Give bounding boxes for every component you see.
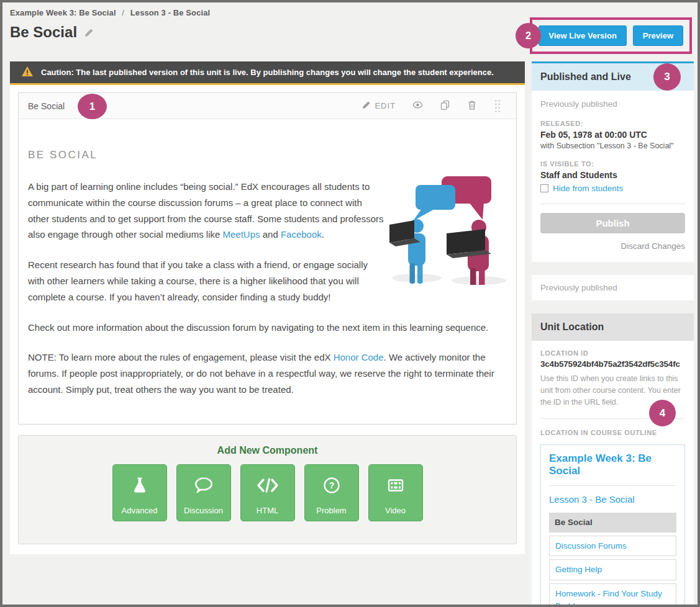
edit-button[interactable]: EDIT — [362, 101, 396, 111]
hide-from-students-label[interactable]: Hide from students — [553, 184, 623, 193]
outline-section-link[interactable]: Example Week 3: Be Social — [549, 452, 676, 486]
content-heading: BE SOCIAL — [28, 149, 507, 161]
previously-published-card: Previously published — [532, 275, 694, 300]
breadcrumb: Example Week 3: Be Social / Lesson 3 - B… — [10, 8, 694, 17]
paragraph-1-text-2: and — [260, 229, 281, 240]
location-id-value: 3c4b575924bf4b75a2f3542df5c354fc — [540, 359, 685, 369]
add-discussion-button[interactable]: Discussion — [176, 464, 231, 521]
annotation-circle-3: 3 — [653, 63, 681, 91]
social-figures-image — [384, 171, 515, 285]
unit-location-body: LOCATION ID 3c4b575924bf4b75a2f3542df5c3… — [532, 341, 694, 607]
component-title: Be Social — [28, 101, 65, 111]
released-label: RELEASED: — [540, 120, 685, 127]
breadcrumb-separator: / — [122, 8, 124, 17]
paragraph-1: A big part of learning online includes “… — [28, 179, 386, 243]
paragraph-1-text-3: . — [322, 229, 324, 240]
add-button-label: Discussion — [184, 506, 223, 515]
annotation-circle-1: 1 — [78, 94, 107, 119]
visible-to-label: IS VISIBLE TO: — [540, 160, 685, 168]
course-outline-zone: LOCATION IN COURSE OUTLINE Example Week … — [540, 418, 685, 607]
hide-from-students-row: Hide from students — [540, 184, 685, 193]
caution-banner-text: Caution: The last published version of t… — [41, 68, 494, 77]
outline-unit-link[interactable]: Discussion Forums — [549, 536, 676, 557]
paragraph-4: NOTE: To learn more about the rules of e… — [28, 349, 507, 397]
paragraph-1-text: A big part of learning online includes “… — [28, 181, 384, 240]
flask-icon — [113, 465, 166, 506]
unit-location-card: Unit Location LOCATION ID 3c4b575924bf4b… — [532, 313, 694, 607]
drag-handle-icon[interactable] — [494, 99, 501, 113]
add-button-label: HTML — [257, 506, 278, 515]
facebook-link[interactable]: Facebook — [281, 229, 322, 240]
delete-button[interactable] — [467, 100, 477, 112]
main-columns: Caution: The last published version of t… — [10, 61, 694, 607]
page: Example Week 3: Be Social / Lesson 3 - B… — [2, 2, 698, 607]
html-component: Be Social EDIT — [18, 92, 517, 425]
component-content: BE SOCIAL — [19, 119, 516, 398]
outline-label: LOCATION IN COURSE OUTLINE — [540, 429, 685, 436]
paragraph-3: Check out more information about the dis… — [28, 320, 507, 336]
studio-unit-page: { "page": { "breadcrumb": { "part1": "Ex… — [0, 0, 700, 607]
outline-unit-current: Be Social — [549, 513, 676, 533]
copy-icon — [440, 100, 450, 112]
annotation-box-2-header-buttons: View Live Version Preview — [530, 17, 692, 54]
add-video-button[interactable]: Video — [368, 464, 423, 521]
duplicate-button[interactable] — [440, 100, 450, 112]
trash-icon — [467, 100, 477, 112]
visible-to-value: Staff and Students — [540, 170, 685, 180]
discard-changes-link[interactable]: Discard Changes — [540, 241, 685, 251]
unit-content-column: Caution: The last published version of t… — [10, 61, 525, 554]
page-title: Be Social — [10, 24, 77, 41]
add-problem-button[interactable]: ? Problem — [304, 464, 359, 521]
publish-card-body: Previously published RELEASED: Feb 05, 1… — [532, 91, 694, 262]
eye-icon — [412, 100, 423, 112]
course-outline-tree: Example Week 3: Be Social Lesson 3 - Be … — [540, 444, 685, 607]
pencil-icon — [362, 101, 371, 111]
sidebar: Published and Live Previously published … — [532, 61, 694, 607]
add-component-buttons: Advanced Discussion HTML — [19, 464, 516, 521]
hide-from-students-checkbox[interactable] — [540, 184, 548, 192]
svg-text:?: ? — [329, 480, 334, 490]
outline-subsection-link[interactable]: Lesson 3 - Be Social — [549, 494, 676, 505]
page-header: Example Week 3: Be Social / Lesson 3 - B… — [10, 2, 694, 61]
add-new-component-title: Add New Component — [19, 445, 516, 456]
add-new-component-panel: Add New Component Advanced D — [18, 435, 517, 544]
unit-location-title: Unit Location — [532, 313, 694, 341]
outline-unit-link[interactable]: Getting Help — [549, 559, 676, 580]
add-button-label: Advanced — [122, 506, 158, 515]
caution-banner: Caution: The last published version of t… — [10, 61, 525, 85]
published-and-live-card: Published and Live Previously published … — [532, 61, 694, 262]
breadcrumb-subsection-link[interactable]: Lesson 3 - Be Social — [130, 8, 210, 17]
annotation-circle-2: 2 — [516, 23, 541, 48]
publish-zone: Publish Discard Changes — [540, 204, 685, 253]
add-html-button[interactable]: HTML — [240, 464, 295, 521]
released-subsection: with Subsection "Lesson 3 - Be Social" — [540, 142, 685, 150]
code-icon — [241, 465, 294, 506]
add-advanced-button[interactable]: Advanced — [112, 464, 167, 521]
add-button-label: Problem — [316, 506, 346, 515]
location-id-label: LOCATION ID — [540, 349, 685, 357]
outline-unit-link[interactable]: Homework - Find Your Study Buddy — [549, 583, 676, 607]
annotation-circle-4: 4 — [649, 400, 676, 426]
breadcrumb-section-link[interactable]: Example Week 3: Be Social — [10, 8, 116, 17]
meetups-link[interactable]: MeetUps — [223, 229, 260, 240]
visibility-button[interactable] — [412, 100, 423, 112]
film-icon — [369, 465, 422, 506]
publish-status-text: Previously published — [540, 99, 685, 109]
warning-triangle-icon — [22, 66, 33, 78]
preview-button[interactable]: Preview — [633, 25, 683, 46]
honor-code-link[interactable]: Honor Code — [334, 352, 384, 362]
question-circle-icon: ? — [305, 465, 358, 506]
edit-button-label: EDIT — [375, 101, 396, 110]
view-live-version-button[interactable]: View Live Version — [539, 25, 627, 46]
speech-bubble-icon — [177, 465, 230, 506]
edit-title-pencil-icon[interactable] — [84, 28, 94, 37]
add-button-label: Video — [385, 506, 406, 515]
unit-editor-area: Be Social EDIT — [10, 85, 525, 554]
component-toolbar: EDIT — [362, 99, 501, 113]
previously-published-text: Previously published — [540, 283, 685, 292]
publish-button[interactable]: Publish — [540, 213, 685, 233]
paragraph-2: Recent research has found that if you ta… — [28, 257, 369, 305]
paragraph-4-text: NOTE: To learn more about the rules of e… — [28, 352, 334, 362]
released-date: Feb 05, 1978 at 00:00 UTC — [540, 130, 685, 140]
